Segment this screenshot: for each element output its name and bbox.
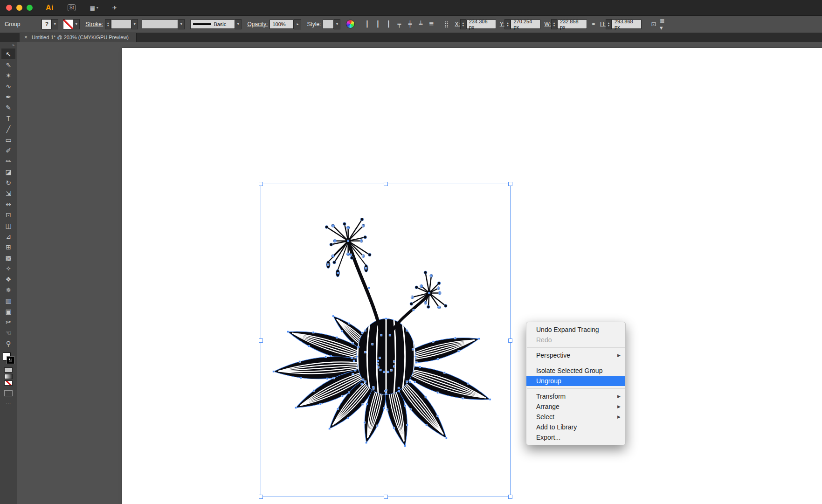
selection-handle-s[interactable] <box>384 495 388 499</box>
screen-mode-button[interactable] <box>4 390 13 396</box>
line-segment-tool[interactable]: ╱ <box>1 124 15 134</box>
align-horizontal-right-icon[interactable]: ┨ <box>384 20 393 29</box>
close-window-button[interactable] <box>6 5 12 11</box>
slice-tool[interactable]: ✂ <box>1 317 15 327</box>
mesh-tool[interactable]: ⊞ <box>1 242 15 252</box>
rotate-tool[interactable]: ↻ <box>1 177 15 188</box>
share-icon[interactable]: ✈ <box>112 5 117 11</box>
selection-handle-e[interactable] <box>508 338 512 343</box>
width-label[interactable]: W: <box>544 21 551 28</box>
selection-handle-n[interactable] <box>384 182 388 186</box>
stock-icon[interactable]: St <box>68 4 76 11</box>
type-tool[interactable]: T <box>1 113 15 124</box>
style-select[interactable]: ▾ <box>323 19 340 29</box>
selection-tool[interactable]: ↖ <box>1 48 15 59</box>
chevron-down-icon[interactable]: ▾ <box>334 19 340 29</box>
menu-item-undo-expand-tracing[interactable]: Undo Expand Tracing <box>526 324 625 335</box>
menu-item-ungroup[interactable]: Ungroup <box>526 376 625 386</box>
fill-color-swatch[interactable]: ▾ <box>63 19 80 29</box>
selection-handle-sw[interactable] <box>259 495 263 499</box>
minimize-window-button[interactable] <box>16 5 22 11</box>
stepper-icon[interactable]: ▴ ▾ <box>504 19 511 29</box>
menu-item-select[interactable]: Select▶ <box>526 412 625 422</box>
magic-wand-tool[interactable]: ✶ <box>1 70 15 81</box>
stroke-link[interactable]: Stroke: <box>85 21 103 28</box>
width-field[interactable]: ▴ ▾ 232.858 px <box>551 19 587 29</box>
width-tool[interactable]: ↭ <box>1 199 15 209</box>
stroke-weight-field[interactable]: ▴ ▾ ▾ <box>105 19 138 29</box>
opacity-field[interactable]: 100% ▸ <box>269 19 301 29</box>
scale-tool[interactable]: ⇲ <box>1 188 15 199</box>
chevron-down-icon[interactable]: ▾ <box>235 19 242 29</box>
chevron-down-icon[interactable]: ▾ <box>73 19 80 29</box>
align-horizontal-center-icon[interactable]: ╂ <box>373 20 382 29</box>
canvas[interactable]: Undo Expand TracingRedoPerspective▶Isola… <box>17 42 822 504</box>
document-tab[interactable]: × Untitled-1* @ 203% (CMYK/GPU Preview) <box>20 33 137 42</box>
align-vertical-bottom-icon[interactable]: ┷ <box>416 20 425 29</box>
opacity-panel-arrow-icon[interactable]: ▸ <box>294 19 301 29</box>
symbol-sprayer-tool[interactable]: ✵ <box>1 284 15 295</box>
y-coordinate-label[interactable]: Y: <box>500 21 505 28</box>
opacity-link[interactable]: Opacity: <box>247 21 268 28</box>
stepper-icon[interactable]: ▴ ▾ <box>105 19 111 29</box>
menu-item-perspective[interactable]: Perspective▶ <box>526 350 625 360</box>
eyedropper-tool[interactable]: ✧ <box>1 263 15 274</box>
menu-item-isolate-selected-group[interactable]: Isolate Selected Group <box>526 366 625 376</box>
pen-tool[interactable]: ✒ <box>1 91 15 102</box>
distribute-objects-icon[interactable]: ≣ <box>427 20 436 29</box>
selection-handle-nw[interactable] <box>259 182 263 186</box>
lasso-tool[interactable]: ∿ <box>1 81 15 91</box>
zoom-window-button[interactable] <box>27 5 33 11</box>
menu-item-export[interactable]: Export... <box>526 432 625 442</box>
perspective-grid-tool[interactable]: ⊿ <box>1 231 15 242</box>
recolor-artwork-icon[interactable] <box>346 20 355 28</box>
constrain-proportions-link-icon[interactable]: ⚭ <box>589 20 598 29</box>
arrange-documents-icon[interactable]: ▦ ▾ <box>90 5 98 11</box>
y-coordinate-field[interactable]: ▴ ▾ 270.254 px <box>504 19 540 29</box>
menu-item-arrange[interactable]: Arrange▶ <box>526 401 625 412</box>
none-mode-button[interactable] <box>4 380 13 386</box>
more-tools-icon[interactable]: ⋯ <box>6 400 11 406</box>
close-tab-icon[interactable]: × <box>24 34 28 41</box>
selection-options-icon[interactable]: ≣ ▾ <box>660 20 669 29</box>
chevron-down-icon[interactable]: ▾ <box>131 19 138 29</box>
selection-handle-w[interactable] <box>259 338 263 343</box>
transform-grid-icon[interactable]: ⣿ <box>442 20 451 29</box>
rectangle-tool[interactable]: ▭ <box>1 134 15 145</box>
graphic-style-thumbnail[interactable]: ? ▾ <box>41 19 58 29</box>
chevron-down-icon[interactable]: ▾ <box>52 19 58 29</box>
curvature-tool[interactable]: ✎ <box>1 102 15 113</box>
column-graph-tool[interactable]: ▥ <box>1 295 15 306</box>
expand-panel-icon[interactable]: » <box>12 43 14 48</box>
hand-tool[interactable]: ☜ <box>1 327 15 338</box>
stepper-icon[interactable]: ▴ ▾ <box>551 19 557 29</box>
stepper-icon[interactable]: ▴ ▾ <box>460 19 466 29</box>
paintbrush-tool[interactable]: ✐ <box>1 145 15 156</box>
fit-artboard-icon[interactable]: ⊡ <box>649 20 658 29</box>
selection-handle-ne[interactable] <box>508 182 512 186</box>
direct-selection-tool[interactable]: ⇖ <box>1 59 15 70</box>
selection-handle-se[interactable] <box>508 495 512 499</box>
pencil-tool[interactable]: ✏ <box>1 156 15 166</box>
menu-item-transform[interactable]: Transform▶ <box>526 391 625 401</box>
chevron-down-icon[interactable]: ▾ <box>178 19 185 29</box>
align-horizontal-left-icon[interactable]: ┠ <box>362 20 372 29</box>
free-transform-tool[interactable]: ⊡ <box>1 209 15 220</box>
color-mode-button[interactable] <box>4 367 13 373</box>
traced-flower-artwork[interactable] <box>271 200 499 470</box>
height-field[interactable]: ▴ ▾ 293.868 px <box>606 19 642 29</box>
x-coordinate-field[interactable]: ▴ ▾ 234.306 px <box>460 19 496 29</box>
gradient-mode-button[interactable] <box>4 374 13 379</box>
artboard-tool[interactable]: ▣ <box>1 306 15 317</box>
variable-width-profile-select[interactable]: ▾ <box>142 19 185 29</box>
fill-stroke-indicator[interactable] <box>3 352 14 364</box>
zoom-tool[interactable]: ⚲ <box>1 338 15 349</box>
align-vertical-top-icon[interactable]: ┯ <box>394 20 404 29</box>
brush-definition-select[interactable]: Basic ▾ <box>190 19 242 29</box>
gradient-tool[interactable]: ▩ <box>1 252 15 263</box>
selection-bounding-box[interactable] <box>261 184 511 497</box>
menu-item-add-to-library[interactable]: Add to Library <box>526 422 625 432</box>
blend-tool[interactable]: ❖ <box>1 274 15 284</box>
height-label[interactable]: H: <box>600 21 606 28</box>
eraser-tool[interactable]: ◪ <box>1 166 15 177</box>
